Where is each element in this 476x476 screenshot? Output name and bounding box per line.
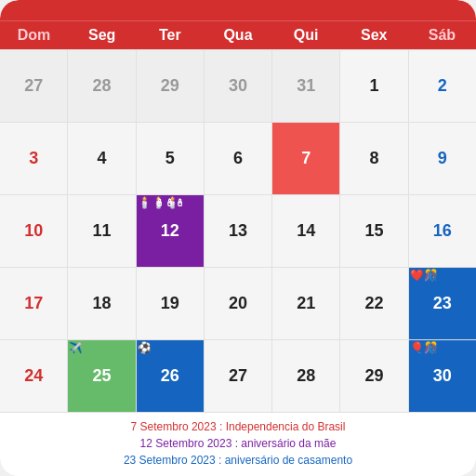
cell-number: 8 — [370, 149, 379, 168]
cell-number: 4 — [97, 149, 106, 168]
calendar-cell-5[interactable]: 5 — [137, 123, 204, 194]
cell-number: 14 — [297, 221, 315, 241]
calendar-cell-1[interactable]: 1 — [340, 50, 407, 122]
day-header-sáb: Sáb — [408, 21, 476, 49]
cell-number: 31 — [297, 76, 315, 96]
calendar-cell-13[interactable]: 13 — [205, 195, 271, 267]
calendar-cell-15[interactable]: 15 — [340, 195, 407, 267]
cell-number: 19 — [161, 294, 179, 313]
cell-number: 21 — [297, 294, 315, 313]
calendar-cell-29[interactable]: 29 — [340, 340, 407, 412]
calendar-cell-25[interactable]: ✈️25 — [68, 340, 135, 412]
cell-number: 20 — [229, 294, 247, 313]
calendar-cell-23[interactable]: ❤️🎊23 — [409, 268, 476, 339]
calendar-cell-26[interactable]: ⚽26 — [137, 340, 204, 412]
cell-number: 29 — [365, 366, 384, 386]
cell-number: 15 — [365, 221, 384, 241]
calendar-cell-28[interactable]: 28 — [272, 340, 339, 412]
calendar-cell-6[interactable]: 6 — [205, 123, 271, 194]
day-header-qui: Qui — [272, 21, 340, 49]
cell-number: 10 — [24, 221, 43, 241]
cell-number: 28 — [92, 76, 111, 96]
calendar-cell-4[interactable]: 4 — [68, 123, 135, 194]
calendar-cell-19[interactable]: 19 — [137, 268, 204, 339]
cell-number: 5 — [165, 149, 175, 168]
cell-number: 26 — [161, 366, 179, 386]
calendar-cell-10[interactable]: 10 — [0, 195, 67, 267]
note-item: 7 Setembro 2023 : Independencia do Brasi… — [15, 420, 461, 433]
calendar-cell-27-prev[interactable]: 27 — [0, 50, 67, 122]
header — [0, 0, 476, 20]
calendar-cell-27[interactable]: 27 — [205, 340, 271, 412]
cell-number: 1 — [370, 76, 379, 96]
cell-number: 17 — [24, 294, 43, 313]
cell-number: 30 — [229, 76, 247, 96]
calendar-cell-3[interactable]: 3 — [0, 123, 67, 194]
day-header-qua: Qua — [204, 21, 271, 49]
note-item: 23 Setembro 2023 : aniversário de casame… — [15, 454, 461, 467]
cell-number: 7 — [301, 149, 311, 168]
day-header-sex: Sex — [340, 21, 408, 49]
notes-section: 7 Setembro 2023 : Independencia do Brasi… — [0, 412, 476, 476]
calendar-cell-29-prev[interactable]: 29 — [137, 50, 204, 122]
cell-number: 13 — [229, 221, 247, 241]
cell-number: 27 — [229, 366, 247, 386]
cell-number: 30 — [433, 366, 452, 386]
cell-number: 3 — [29, 149, 38, 168]
calendar-cell-28-prev[interactable]: 28 — [68, 50, 135, 122]
calendar-cell-31-prev[interactable]: 31 — [272, 50, 339, 122]
note-item: 12 Setembro 2023 : aniversário da mãe — [15, 437, 461, 450]
cell-number: 9 — [438, 149, 447, 168]
calendar-cell-8[interactable]: 8 — [340, 123, 407, 194]
calendar-cell-14[interactable]: 14 — [272, 195, 339, 267]
day-headers-row: DomSegTerQuaQuiSexSáb — [0, 20, 476, 49]
calendar-cell-18[interactable]: 18 — [68, 268, 135, 339]
app-container: DomSegTerQuaQuiSexSáb 272829303112345678… — [0, 0, 476, 476]
calendar-cell-30-prev[interactable]: 30 — [205, 50, 271, 122]
calendar-cell-12[interactable]: 🕯️🕯️🕯️🕯🕯🕯12 — [137, 195, 204, 267]
cell-number: 16 — [433, 221, 452, 241]
day-header-ter: Ter — [136, 21, 204, 49]
cell-number: 6 — [233, 149, 243, 168]
calendar-cell-24[interactable]: 24 — [0, 340, 67, 412]
day-header-seg: Seg — [68, 21, 136, 49]
calendar-cell-20[interactable]: 20 — [205, 268, 271, 339]
cell-number: 24 — [24, 366, 43, 386]
calendar-cell-22[interactable]: 22 — [340, 268, 407, 339]
cell-number: 22 — [365, 294, 384, 313]
cell-number: 11 — [92, 221, 111, 241]
cell-number: 2 — [438, 76, 447, 96]
cell-number: 29 — [161, 76, 179, 96]
cell-number: 18 — [92, 294, 111, 313]
calendar-cell-2[interactable]: 2 — [409, 50, 476, 122]
calendar-cell-16[interactable]: 16 — [409, 195, 476, 267]
calendar-cell-7[interactable]: 7 — [272, 123, 339, 194]
calendar-cell-17[interactable]: 17 — [0, 268, 67, 339]
day-header-dom: Dom — [0, 21, 68, 49]
calendar-cell-9[interactable]: 9 — [409, 123, 476, 194]
calendar-cell-21[interactable]: 21 — [272, 268, 339, 339]
cell-number: 23 — [433, 294, 452, 313]
cell-number: 25 — [92, 366, 111, 386]
calendar-cell-11[interactable]: 11 — [68, 195, 135, 267]
cell-number: 12 — [161, 221, 179, 241]
cell-number: 27 — [24, 76, 43, 96]
cell-number: 28 — [297, 366, 315, 386]
calendar-grid: 27282930311234567891011🕯️🕯️🕯️🕯🕯🕯12131415… — [0, 49, 476, 412]
calendar-cell-30[interactable]: 🎈🎊30 — [409, 340, 476, 412]
